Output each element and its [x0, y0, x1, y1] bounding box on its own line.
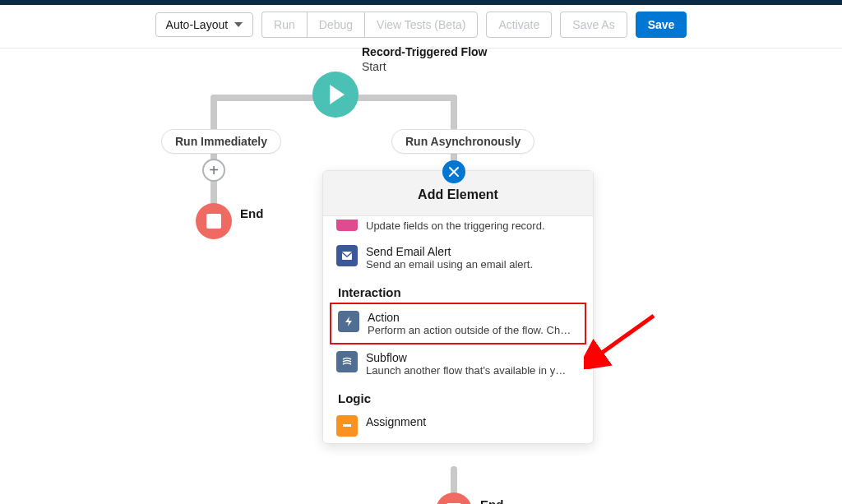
element-title: Subflow	[366, 351, 580, 364]
layout-dropdown-label: Auto-Layout	[166, 18, 229, 31]
element-desc: Launch another flow that's available in …	[366, 364, 580, 377]
layout-dropdown[interactable]: Auto-Layout	[155, 12, 254, 37]
svg-rect-1	[343, 424, 351, 427]
flow-title: Record-Triggered Flow	[362, 45, 487, 58]
close-icon[interactable]	[442, 160, 465, 183]
end-node-left[interactable]	[196, 203, 232, 239]
email-icon	[336, 245, 358, 266]
section-heading-logic: Logic	[323, 383, 593, 409]
x-icon	[448, 166, 460, 178]
element-title: Send Email Alert	[366, 245, 580, 258]
toolbar: Auto-Layout Run Debug View Tests (Beta) …	[0, 5, 842, 49]
element-desc: Send an email using an email alert.	[366, 258, 580, 270]
element-item-update-record[interactable]: Update fields on the triggering record.	[323, 220, 593, 238]
arrow-annotation	[584, 312, 658, 369]
run-debug-tests-group: Run Debug View Tests (Beta)	[261, 12, 478, 38]
element-item-assignment[interactable]: Assignment	[323, 409, 593, 438]
chip-run-asynchronously[interactable]: Run Asynchronously	[391, 129, 534, 154]
end-node-bottom[interactable]	[436, 492, 472, 504]
element-title: Assignment	[366, 415, 580, 428]
svg-rect-0	[342, 252, 352, 260]
element-desc: Update fields on the triggering record.	[366, 220, 580, 232]
view-tests-button[interactable]: View Tests (Beta)	[364, 12, 478, 38]
save-as-button[interactable]: Save As	[560, 12, 627, 38]
canvas: Record-Triggered Flow Start Run Immediat…	[0, 49, 842, 504]
flow-subtitle: Start	[362, 60, 386, 73]
element-title: Action	[368, 311, 578, 324]
element-desc: Perform an action outside of the flow. C…	[368, 324, 578, 336]
svg-line-2	[596, 316, 654, 357]
element-item-subflow[interactable]: Subflow Launch another flow that's avail…	[323, 344, 593, 383]
debug-button[interactable]: Debug	[307, 12, 364, 38]
section-heading-interaction: Interaction	[323, 277, 593, 303]
play-icon	[330, 85, 345, 104]
caret-down-icon	[234, 22, 243, 27]
add-element-panel: Add Element Update fields on the trigger…	[322, 170, 594, 444]
activate-button[interactable]: Activate	[486, 12, 552, 38]
assignment-icon	[336, 415, 358, 437]
element-item-action[interactable]: Action Perform an action outside of the …	[330, 303, 586, 344]
end-label-left: End	[240, 206, 263, 220]
edit-record-icon	[336, 220, 358, 231]
panel-body: Update fields on the triggering record. …	[323, 216, 593, 443]
lightning-icon	[338, 311, 359, 332]
stop-icon	[206, 214, 221, 229]
add-element-button-left[interactable]: +	[202, 159, 225, 182]
subflow-icon	[336, 351, 358, 372]
start-node[interactable]	[312, 72, 359, 118]
element-item-send-email[interactable]: Send Email Alert Send an email using an …	[323, 238, 593, 277]
save-button[interactable]: Save	[636, 12, 687, 38]
end-label-bottom: End	[480, 497, 503, 504]
chip-run-immediately[interactable]: Run Immediately	[161, 129, 281, 154]
run-button[interactable]: Run	[261, 12, 307, 38]
